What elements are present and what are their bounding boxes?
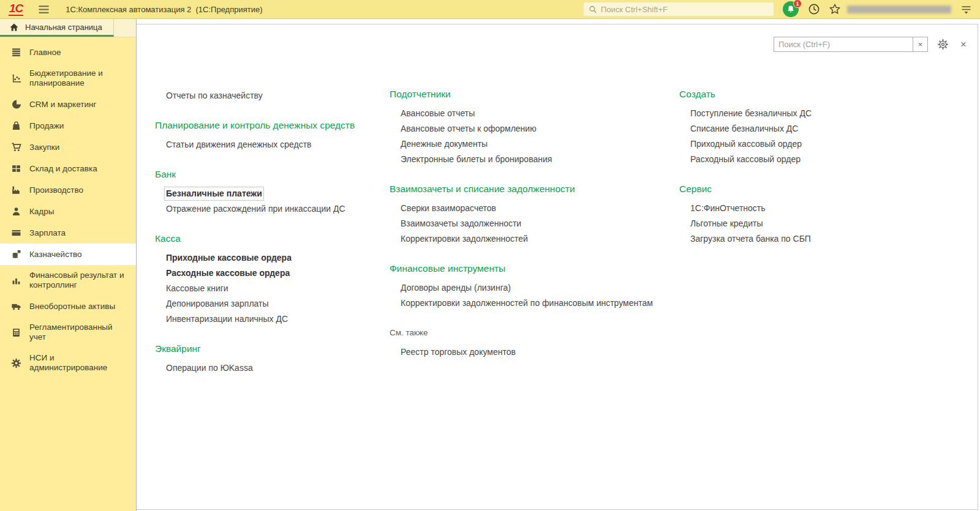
sidebar-item-hr[interactable]: Кадры (0, 201, 136, 222)
hamburger-icon (38, 5, 50, 14)
lines-dropdown-icon (961, 5, 971, 14)
notifications-button[interactable]: 1 (783, 1, 799, 18)
sidebar-item-label: Продажи (29, 121, 64, 131)
sidebar-item-main[interactable]: Главное (0, 42, 136, 63)
clear-search-button[interactable]: × (913, 37, 927, 51)
current-user-name-redacted[interactable] (847, 6, 951, 13)
tools-menu-button[interactable] (961, 5, 971, 14)
panel-toolbar: × (774, 37, 969, 52)
global-search-box[interactable] (583, 2, 774, 17)
menu-icon (11, 47, 21, 58)
function-columns: Отчеты по казначействуПланирование и кон… (155, 88, 971, 392)
1c-logo: 1С (9, 2, 23, 16)
command-link[interactable]: Денежные документы (390, 136, 679, 152)
command-link[interactable]: 1С:ФинОтчетность (679, 201, 971, 216)
command-link[interactable]: Электронные билеты и бронирования (390, 152, 679, 167)
command-link[interactable]: Расходные кассовые ордера (155, 266, 390, 281)
sidebar-item-label: Бюджетирование и планирование (29, 69, 130, 88)
command-link[interactable]: Инвентаризации наличных ДС (155, 311, 390, 327)
command-link[interactable]: Взаимозачеты задолженности (390, 216, 679, 231)
command-group: ПодотчетникиАвансовые отчетыАвансовые от… (390, 88, 679, 167)
panel-search-box[interactable]: × (774, 37, 928, 52)
command-link[interactable]: Расходный кассовый ордер (679, 152, 971, 167)
gear-icon (937, 39, 949, 50)
favorites-button[interactable] (828, 3, 841, 16)
tab-home-label: Начальная страница (25, 23, 102, 32)
command-link[interactable]: Депонирования зарплаты (155, 296, 390, 311)
global-search-input[interactable] (601, 5, 769, 14)
command-link[interactable]: Льготные кредиты (679, 216, 971, 231)
sidebar-item-payroll[interactable]: Зарплата (0, 222, 136, 244)
command-link[interactable]: Авансовые отчеты (390, 106, 679, 121)
tab-home-page[interactable]: Начальная страница (0, 19, 114, 37)
command-group-title: Взаимозачеты и списание задолженности (390, 183, 679, 195)
truck-icon (11, 301, 21, 311)
command-group-title: Сервис (679, 183, 971, 195)
command-link[interactable]: Приходные кассовые ордера (155, 250, 390, 266)
command-link[interactable]: Операции по ЮKassa (155, 360, 390, 376)
sidebar-item-label: НСИ и администрирование (29, 353, 130, 373)
sidebar-item-warehouse-delivery[interactable]: Склад и доставка (0, 158, 136, 179)
command-link[interactable]: Кассовые книги (155, 281, 390, 296)
sidebar-item-fin-result[interactable]: Финансовый результат и контроллинг (0, 265, 136, 296)
command-link[interactable]: Списание безналичных ДС (679, 121, 971, 136)
sidebar-item-sales[interactable]: Продажи (0, 115, 136, 136)
sidebar-item-label: Казначейство (29, 250, 82, 259)
panel-search-input[interactable] (774, 37, 913, 51)
command-link[interactable]: Реестр торговых документов (390, 345, 679, 360)
command-group: БанкБезналичные платежиОтражение расхожд… (155, 168, 390, 217)
function-column-2: ПодотчетникиАвансовые отчетыАвансовые от… (390, 88, 679, 392)
command-link[interactable]: Договоры аренды (лизинга) (390, 280, 679, 296)
sidebar-item-label: Регламентированный учет (29, 323, 130, 342)
command-group: Финансовые инструментыДоговоры аренды (л… (390, 263, 679, 311)
command-group-title: Эквайринг (155, 343, 390, 355)
sidebar-item-label: Главное (29, 48, 61, 58)
sidebar-item-nsi-admin[interactable]: НСИ и администрирование (0, 348, 136, 378)
sidebar-item-crm-marketing[interactable]: CRM и маркетинг (0, 94, 136, 115)
command-link[interactable]: Приходный кассовый ордер (679, 136, 971, 152)
command-group-title: Планирование и контроль денежных средств (155, 119, 390, 132)
close-panel-button[interactable]: × (958, 39, 969, 50)
sidebar-item-production[interactable]: Производство (0, 179, 136, 201)
window-title: 1С:Комплексная автоматизация 2 (1С:Предп… (66, 5, 262, 14)
function-column-3: СоздатьПоступление безналичных ДССписани… (679, 88, 971, 392)
command-link[interactable]: Сверки взаиморасчетов (390, 201, 679, 216)
command-group-title: Создать (679, 88, 971, 100)
command-group: КассаПриходные кассовые ордераРасходные … (155, 233, 390, 327)
command-link[interactable]: Безналичные платежи (155, 186, 390, 201)
command-group-title: Финансовые инструменты (390, 263, 679, 275)
command-link[interactable]: Авансовые отчеты к оформлению (390, 121, 679, 136)
star-icon (829, 3, 841, 15)
command-link[interactable]: Отражение расхождений при инкассации ДС (155, 201, 390, 217)
see-also-title: См. также (390, 327, 679, 339)
sidebar-item-budgeting[interactable]: Бюджетирование и планирование (0, 63, 136, 94)
command-group-title: Касса (155, 233, 390, 245)
sidebar-item-fixed-assets[interactable]: Внеоборотные активы (0, 296, 136, 317)
sidebar: Главное Бюджетирование и планированиеCRM… (0, 37, 136, 511)
sidebar-item-label: Кадры (29, 207, 54, 217)
factory-icon (11, 185, 21, 195)
home-icon (9, 23, 19, 32)
command-group-title: Банк (155, 168, 390, 181)
command-link[interactable]: Поступление безналичных ДС (679, 106, 971, 121)
command-link[interactable]: Корректировки задолженностей (390, 231, 679, 247)
main-menu-button[interactable] (38, 5, 50, 14)
sidebar-item-label: Закупки (29, 143, 59, 152)
sidebar-item-treasury[interactable]: Казначейство (0, 244, 136, 265)
title-bar: 1С 1С:Комплексная автоматизация 2 (1С:Пр… (0, 0, 980, 19)
sidebar-item-regulated-accounting[interactable]: Регламентированный учет (0, 317, 136, 348)
command-group: Планирование и контроль денежных средств… (155, 119, 390, 152)
settings-button[interactable] (937, 39, 949, 50)
command-link[interactable]: Отчеты по казначейству (155, 88, 390, 103)
command-group-title: Подотчетники (390, 88, 679, 100)
command-group: СоздатьПоступление безналичных ДССписани… (679, 88, 971, 167)
command-link[interactable]: Загрузка отчета банка по СБП (679, 231, 971, 247)
history-button[interactable] (807, 3, 820, 16)
command-group: См. такжеРеестр торговых документов (390, 327, 679, 360)
sidebar-item-label: Финансовый результат и контроллинг (29, 270, 130, 290)
sidebar-item-purchases[interactable]: Закупки (0, 136, 136, 158)
command-link[interactable]: Статьи движения денежных средств (155, 137, 390, 152)
command-link[interactable]: Корректировки задолженностей по финансов… (390, 296, 679, 311)
sidebar-item-label: Внеоборотные активы (29, 302, 115, 311)
gear-icon (11, 358, 21, 368)
